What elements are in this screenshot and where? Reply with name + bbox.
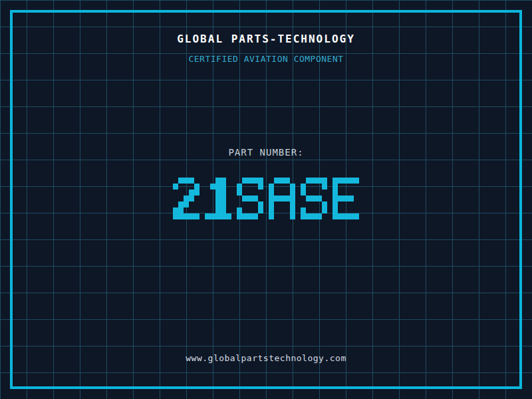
part-number-glyph [301, 178, 327, 219]
part-number-glyph [237, 178, 263, 219]
company-title: GLOBAL PARTS-TECHNOLOGY [0, 33, 532, 45]
website-url: www.globalpartstechnology.com [0, 353, 532, 363]
certification-subtitle: CERTIFIED AVIATION COMPONENT [0, 54, 532, 64]
part-number-glyph [269, 178, 295, 219]
part-number-glyph [205, 178, 231, 219]
part-number-glyph [332, 178, 359, 219]
part-number-display [0, 178, 532, 219]
certificate-screen: GLOBAL PARTS-TECHNOLOGY CERTIFIED AVIATI… [0, 0, 532, 399]
part-number-glyph [173, 178, 200, 219]
part-number-label: PART NUMBER: [0, 147, 532, 158]
